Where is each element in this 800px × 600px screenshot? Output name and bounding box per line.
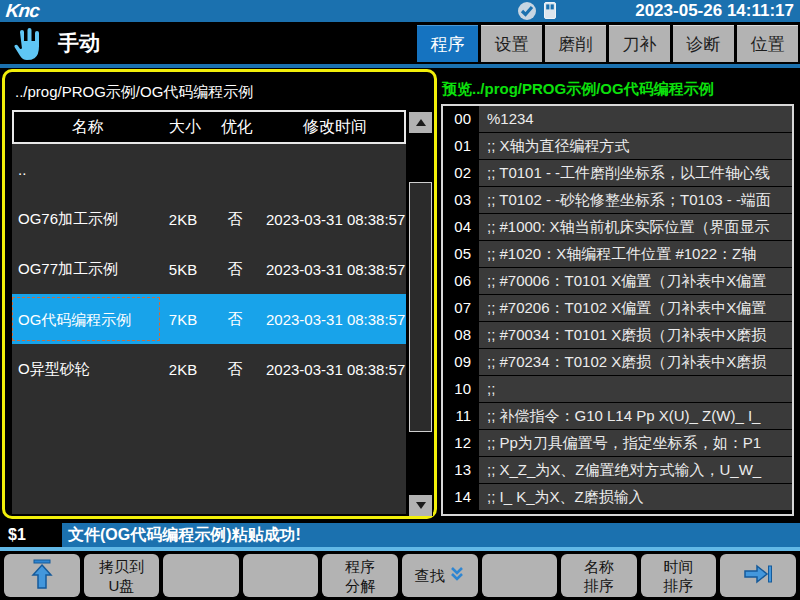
code-line: 11;; 补偿指令：G10 L14 Pp X(U)_ Z(W)_ I_ — [443, 403, 792, 429]
line-text: ;; T0101 - -工件磨削坐标系，以工件轴心线 — [479, 160, 792, 186]
line-number: 07 — [443, 295, 479, 321]
cell-opt: 否 — [206, 260, 264, 279]
line-number: 00 — [443, 106, 479, 132]
code-line: 06;; #70006：T0101 X偏置（刀补表中X偏置 — [443, 268, 792, 294]
find-button[interactable]: 查找 — [402, 554, 478, 597]
tab-位置[interactable]: 位置 — [737, 25, 798, 62]
code-line: 02;; T0101 - -工件磨削坐标系，以工件轴心线 — [443, 160, 792, 186]
line-text: ;; #70234：T0102 X磨损（刀补表中X磨损 — [479, 349, 792, 375]
channel-label: $1 — [8, 523, 26, 547]
line-text: ;; #70034：T0101 X磨损（刀补表中X磨损 — [479, 322, 792, 348]
top-arrow-icon — [30, 559, 54, 593]
cell-size: 2KB — [160, 211, 206, 228]
line-number: 08 — [443, 322, 479, 348]
code-line: 14;; I_ K_为X、Z磨损输入 — [443, 484, 792, 510]
line-number: 01 — [443, 133, 479, 159]
line-number: 02 — [443, 160, 479, 186]
softkey-toolbar: 拷贝到U盘程序分解查找名称排序时间排序 — [0, 551, 800, 600]
column-header: 优化 — [208, 117, 266, 138]
file-row[interactable]: OG76加工示例2KB否2023-03-31 08:38:57 — [12, 194, 406, 244]
softkey-label: 查找 — [415, 566, 445, 585]
code-line: 03;; T0102 - -砂轮修整坐标系；T0103 - -端面 — [443, 187, 792, 213]
code-line: 09;; #70234：T0102 X磨损（刀补表中X磨损 — [443, 349, 792, 375]
empty-button-1[interactable] — [163, 554, 239, 597]
tab-设置[interactable]: 设置 — [481, 25, 542, 62]
scroll-up-button[interactable] — [409, 112, 432, 133]
more-softkeys-button[interactable] — [720, 554, 796, 597]
code-line: 08;; #70034：T0101 X磨损（刀补表中X磨损 — [443, 322, 792, 348]
cell-name: OG76加工示例 — [12, 210, 160, 229]
status-bar: $1 文件(OG代码编程示例)粘贴成功! — [0, 523, 800, 547]
softkey-label: 拷贝到 — [99, 557, 144, 576]
file-list-scrollbar[interactable] — [408, 112, 433, 516]
cell-size: 5KB — [160, 261, 206, 278]
file-row[interactable]: .. — [12, 144, 406, 194]
softkey-label: 排序 — [584, 576, 614, 595]
line-text: ;; Pp为刀具偏置号，指定坐标系，如：P1 — [479, 430, 792, 456]
cell-name: OG代码编程示例 — [12, 297, 160, 341]
column-header: 修改时间 — [266, 117, 404, 138]
program-decompose-button[interactable]: 程序分解 — [322, 554, 398, 597]
cell-size: 2KB — [160, 361, 206, 378]
scroll-down-button[interactable] — [409, 495, 432, 516]
line-text: ;; #1000: X轴当前机床实际位置（界面显示 — [479, 214, 792, 240]
sort-by-time-button[interactable]: 时间排序 — [641, 554, 717, 597]
code-line: 04;; #1000: X轴当前机床实际位置（界面显示 — [443, 214, 792, 240]
line-text: ;; X轴为直径编程方式 — [479, 133, 792, 159]
code-line: 00%1234 — [443, 106, 792, 132]
line-text: ;; 补偿指令：G10 L14 Pp X(U)_ Z(W)_ I_ — [479, 403, 792, 429]
cell-opt: 否 — [206, 210, 264, 229]
softkey-label: 时间 — [664, 557, 694, 576]
tab-程序[interactable]: 程序 — [417, 25, 478, 62]
file-panel: ../prog/PROG示例/OG代码编程示例 名称大小优化修改时间 ..OG7… — [2, 69, 437, 519]
knc-logo: Knc — [5, 0, 40, 22]
triangle-down-icon — [416, 502, 426, 509]
softkey-label: 程序 — [345, 557, 375, 576]
cell-opt: 否 — [206, 360, 264, 379]
main-tabs: 程序设置磨削刀补诊断位置 — [417, 25, 798, 62]
tab-磨削[interactable]: 磨削 — [545, 25, 606, 62]
code-line: 13;; X_Z_为X、Z偏置绝对方式输入，U_W_ — [443, 457, 792, 483]
line-number: 10 — [443, 376, 479, 402]
line-number: 11 — [443, 403, 479, 429]
file-row[interactable]: OG77加工示例5KB否2023-03-31 08:38:57 — [12, 244, 406, 294]
line-number: 12 — [443, 430, 479, 456]
cell-time: 2023-03-31 08:38:57 — [264, 211, 406, 228]
line-number: 09 — [443, 349, 479, 375]
datetime: 2023-05-26 14:11:17 — [635, 1, 794, 21]
code-line: 01;; X轴为直径编程方式 — [443, 133, 792, 159]
chevron-down-double-icon — [449, 566, 465, 586]
softkey-label: 名称 — [584, 557, 614, 576]
copy-to-usb-button[interactable]: 拷贝到U盘 — [84, 554, 160, 597]
line-text: ;; #70206：T0102 X偏置（刀补表中X偏置 — [479, 295, 792, 321]
triangle-up-icon — [416, 119, 426, 126]
column-header: 名称 — [14, 117, 162, 138]
empty-button-2[interactable] — [243, 554, 319, 597]
softkey-label: U盘 — [108, 576, 134, 595]
code-preview: 00%123401;; X轴为直径编程方式02;; T0101 - -工件磨削坐… — [441, 104, 794, 516]
current-path: ../prog/PROG示例/OG代码编程示例 — [15, 83, 253, 102]
file-row[interactable]: OG代码编程示例7KB否2023-03-31 08:38:57 — [12, 294, 406, 344]
softkey-label: 分解 — [345, 576, 375, 595]
cell-name: O异型砂轮 — [12, 360, 160, 379]
line-number: 13 — [443, 457, 479, 483]
status-message: 文件(OG代码编程示例)粘贴成功! — [62, 523, 800, 547]
sort-by-name-button[interactable]: 名称排序 — [561, 554, 637, 597]
arrow-right-bar-icon — [743, 562, 773, 590]
file-list: ..OG76加工示例2KB否2023-03-31 08:38:57OG77加工示… — [12, 144, 406, 514]
manual-mode-hand-icon — [10, 25, 44, 63]
softkey-label: 排序 — [664, 576, 694, 595]
scroll-top-button[interactable] — [4, 554, 80, 597]
scroll-thumb[interactable] — [409, 182, 432, 432]
top-bar: Knc 2023-05-26 14:11:17 — [0, 0, 800, 22]
line-text: ;; T0102 - -砂轮修整坐标系；T0103 - -端面 — [479, 187, 792, 213]
line-number: 03 — [443, 187, 479, 213]
system-ok-icon — [517, 1, 537, 21]
file-row[interactable]: O异型砂轮2KB否2023-03-31 08:38:57 — [12, 344, 406, 394]
nav-bar: 手动 程序设置磨削刀补诊断位置 — [0, 22, 800, 64]
tab-诊断[interactable]: 诊断 — [673, 25, 734, 62]
empty-button-3[interactable] — [482, 554, 558, 597]
tab-刀补[interactable]: 刀补 — [609, 25, 670, 62]
line-text: ;; X_Z_为X、Z偏置绝对方式输入，U_W_ — [479, 457, 792, 483]
code-line: 05;; #1020：X轴编程工件位置 #1022：Z轴 — [443, 241, 792, 267]
